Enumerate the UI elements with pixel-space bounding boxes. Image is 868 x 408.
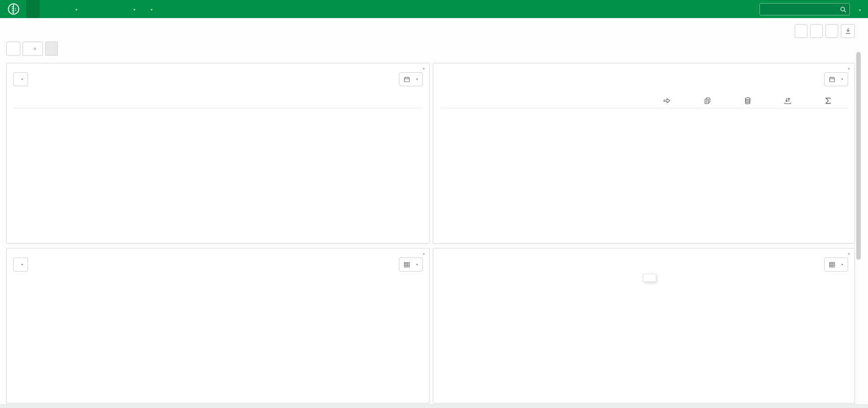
date-range-picker[interactable]: ▾	[399, 258, 423, 272]
nav-item-policies[interactable]	[111, 0, 125, 18]
traffic-monitor-logo-icon	[7, 3, 20, 15]
search-input[interactable]	[760, 4, 849, 15]
widget-collapse-icon[interactable]: ▾	[422, 252, 425, 256]
policies-table	[440, 94, 848, 108]
database-icon	[744, 97, 751, 104]
search-icon[interactable]	[840, 6, 846, 13]
user-menu[interactable]: ▾	[857, 6, 861, 13]
widget-violation-counts: ▾ ▾	[433, 248, 855, 403]
close-icon[interactable]: ×	[33, 47, 37, 51]
chevron-down-icon: ▾	[21, 77, 23, 81]
page-scrollbar[interactable]	[856, 52, 861, 260]
dynamics-chart	[13, 277, 423, 377]
copy-icon	[704, 97, 711, 104]
app-logo[interactable]	[0, 0, 26, 18]
nav-item-management[interactable]: ▾	[142, 0, 159, 18]
nav-item-reports[interactable]	[53, 0, 67, 18]
nav-item-events[interactable]	[40, 0, 53, 18]
tab-general-summary[interactable]: ×	[23, 42, 43, 56]
calendar-icon	[404, 262, 410, 267]
download-button[interactable]	[841, 24, 855, 38]
add-widget-button[interactable]	[810, 24, 823, 38]
severity-dot	[402, 98, 408, 104]
widget-policies-stats: ▾ ▾	[433, 63, 855, 244]
date-range-picker[interactable]: ▾	[824, 258, 848, 272]
calendar-icon	[829, 76, 835, 82]
download-icon	[845, 28, 851, 34]
tab-pci-dss[interactable]	[45, 42, 58, 56]
widget-collapse-icon[interactable]: ▾	[848, 66, 850, 71]
chevron-down-icon: ▾	[859, 8, 861, 12]
nav-item-summary[interactable]	[26, 0, 40, 18]
widget-collapse-icon[interactable]: ▾	[848, 252, 850, 256]
page-footer-strip	[0, 404, 868, 408]
widget-collapse-icon[interactable]: ▾	[422, 66, 425, 71]
dashboard-tabs: ×	[6, 42, 855, 56]
severity-dot	[292, 98, 298, 104]
upload-download-icon	[784, 97, 792, 105]
severity-tooltip	[643, 274, 656, 282]
chevron-down-icon: ▾	[416, 263, 418, 267]
chevron-down-icon: ▾	[133, 8, 135, 12]
calendar-icon	[404, 76, 410, 82]
chevron-down-icon: ▾	[21, 263, 23, 267]
event-search-box	[759, 3, 850, 15]
severity-dot	[365, 98, 371, 104]
nav-item-protected-objects[interactable]	[84, 0, 98, 18]
chevron-down-icon: ▾	[76, 8, 77, 12]
nav-item-lists[interactable]: ▾	[125, 0, 142, 18]
chevron-down-icon: ▾	[151, 8, 152, 12]
export-button[interactable]	[825, 24, 838, 38]
widget-objects-stats: ▾ ▾ ▾	[6, 63, 430, 244]
severity-dot	[328, 98, 334, 104]
choose-view-button[interactable]	[795, 24, 807, 38]
calendar-icon	[829, 262, 835, 267]
chevron-down-icon: ▾	[416, 77, 418, 81]
widget-violations-dynamics: ▾ ▾ ▾	[6, 248, 430, 403]
top-nav: ▾ ▾ ▾ ▾	[0, 0, 868, 18]
date-range-picker[interactable]: ▾	[399, 72, 423, 86]
rules-filter-dropdown[interactable]: ▾	[13, 258, 28, 272]
objects-table	[13, 94, 423, 108]
nav-item-crawler[interactable]	[159, 0, 173, 18]
chevron-down-icon: ▾	[841, 263, 843, 267]
rules-filter-dropdown[interactable]: ▾	[13, 72, 28, 86]
nav-item-technologies[interactable]: ▾	[67, 0, 84, 18]
chart-navigator[interactable]	[13, 381, 423, 389]
arrow-right-icon	[663, 97, 671, 104]
chevron-down-icon: ▾	[841, 77, 843, 81]
date-range-picker[interactable]: ▾	[824, 72, 848, 86]
sum-icon	[825, 97, 831, 104]
nav-item-persons[interactable]	[98, 0, 111, 18]
add-tab-button[interactable]	[6, 42, 20, 56]
